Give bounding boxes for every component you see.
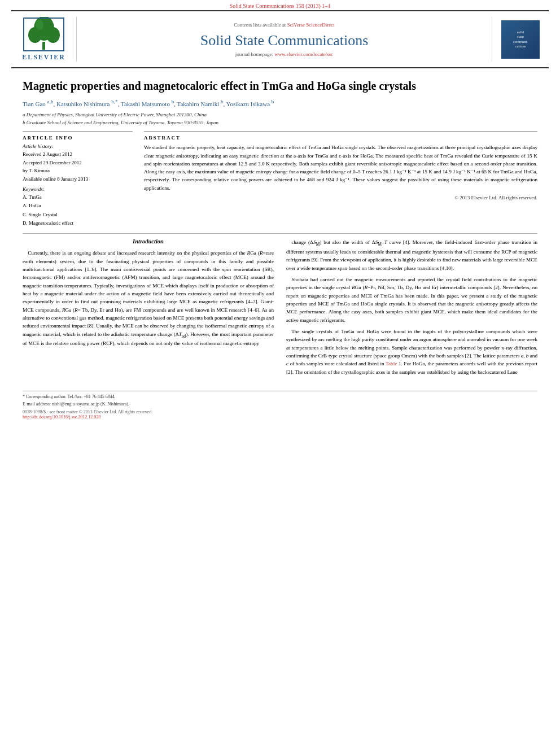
journal-main-title: Solid State Communications bbox=[200, 32, 369, 49]
elsevier-wordmark: ELSEVIER bbox=[22, 53, 65, 62]
svg-point-4 bbox=[36, 20, 43, 30]
abstract-title: ABSTRACT bbox=[144, 135, 537, 141]
svg-rect-0 bbox=[42, 42, 45, 50]
footnote-email: E-mail address: nishi@eng.u-toyama.ac.jp… bbox=[23, 401, 537, 408]
authors-line: Tian Gao a,b, Katsuhiko Nishimura b,*, T… bbox=[23, 99, 537, 107]
journal-url-link[interactable]: www.elsevier.com/locate/ssc bbox=[274, 51, 333, 57]
svg-point-3 bbox=[46, 27, 60, 43]
article-header: Magnetic properties and magnetocaloric e… bbox=[23, 68, 537, 131]
journal-title-area: Contents lists available at SciVerse Sci… bbox=[76, 17, 492, 62]
footnote-area: * Corresponding author. Tel./fax: +81 76… bbox=[23, 391, 537, 420]
journal-thumbnail: solid state communi- cations bbox=[501, 20, 540, 59]
journal-thumbnail-area: solid state communi- cations bbox=[492, 17, 549, 62]
available-line: Available online 8 January 2013 bbox=[23, 175, 133, 183]
article-info-title: ARTICLE INFO bbox=[23, 135, 133, 141]
body-left-col: Introduction Currently, there is an ongo… bbox=[23, 238, 274, 379]
journal-url-line: journal homepage: www.elsevier.com/locat… bbox=[235, 51, 333, 57]
table-ref[interactable]: Table bbox=[386, 361, 397, 366]
accepted-line: Accepted 29 December 2012 bbox=[23, 159, 133, 167]
introduction-text: Currently, there is an ongoing debate an… bbox=[23, 249, 274, 348]
contents-line: Contents lists available at SciVerse Sci… bbox=[234, 22, 335, 28]
abstract-panel: ABSTRACT We studied the magnetic propert… bbox=[144, 131, 537, 228]
received-line: Received 2 August 2012 bbox=[23, 150, 133, 158]
journal-header: ELSEVIER Contents lists available at Sci… bbox=[11, 10, 549, 68]
body-section: Introduction Currently, there is an ongo… bbox=[23, 238, 537, 391]
sciverse-link[interactable]: SciVerse ScienceDirect bbox=[287, 22, 335, 28]
footnote-corresponding: * Corresponding author. Tel./fax: +81 76… bbox=[23, 394, 537, 401]
keyword-1: A. TmGa bbox=[23, 193, 133, 202]
article-title: Magnetic properties and magnetocaloric e… bbox=[23, 78, 537, 93]
journal-citation-bar: Solid State Communications 158 (2013) 1–… bbox=[0, 0, 560, 10]
section-divider bbox=[23, 233, 537, 234]
body-two-col: Introduction Currently, there is an ongo… bbox=[23, 238, 537, 379]
introduction-title: Introduction bbox=[23, 238, 274, 244]
doi-line[interactable]: http://dx.doi.org/10.1016/j.ssc.2012.12.… bbox=[23, 414, 537, 420]
abstract-text: We studied the magnetic property, heat c… bbox=[144, 143, 537, 192]
keyword-2: A. HoGa bbox=[23, 202, 133, 210]
article-info-panel: ARTICLE INFO Article history: Received 2… bbox=[23, 131, 133, 228]
keywords-label: Keywords: bbox=[23, 186, 133, 192]
journal-citation: Solid State Communications 158 (2013) 1–… bbox=[230, 3, 331, 9]
keyword-3: C. Single Crystal bbox=[23, 211, 133, 219]
history-label: Article history: bbox=[23, 143, 133, 149]
info-abstract-section: ARTICLE INFO Article history: Received 2… bbox=[23, 131, 537, 228]
typeset-line: by T. Kimura bbox=[23, 167, 133, 174]
elsevier-logo-area: ELSEVIER bbox=[11, 17, 76, 62]
affiliation-b: b Graduate School of Science and Enginee… bbox=[23, 119, 537, 126]
affiliations: a Department of Physics, Shanghai Univer… bbox=[23, 111, 537, 127]
affiliation-a: a Department of Physics, Shanghai Univer… bbox=[23, 111, 537, 119]
keyword-4: D. Magnetocaloric effect bbox=[23, 219, 133, 228]
elsevier-tree-icon bbox=[23, 17, 65, 52]
copyright-line: © 2013 Elsevier Ltd. All rights reserved… bbox=[144, 195, 537, 200]
issn-line: 0038-1098/$ - see front matter © 2013 El… bbox=[23, 409, 537, 414]
body-right-col: change (ΔSM) but also the width of ΔSM–T… bbox=[286, 238, 537, 379]
right-col-text: change (ΔSM) but also the width of ΔSM–T… bbox=[286, 238, 537, 376]
